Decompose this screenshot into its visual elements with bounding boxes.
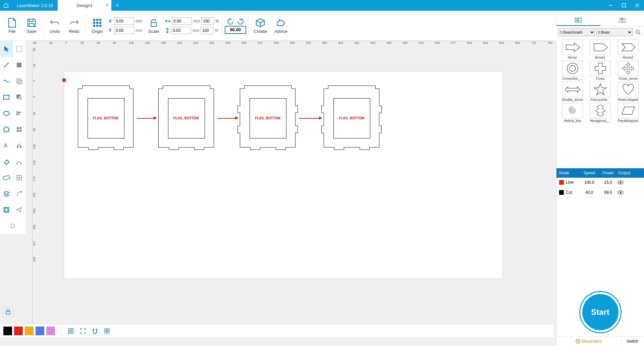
select-tool[interactable] — [0, 41, 13, 57]
shape-item[interactable]: Arrow — [559, 40, 586, 59]
clone-tool[interactable] — [13, 73, 25, 89]
x-label: X — [109, 18, 113, 23]
home-button[interactable] — [0, 0, 12, 11]
marquee-tool[interactable] — [13, 41, 25, 57]
layers-tool[interactable] — [0, 186, 13, 202]
frame-tool[interactable] — [0, 202, 13, 218]
shape-name: Cross — [596, 77, 604, 80]
design-piece[interactable]: FLAG_BOTTOM — [158, 89, 214, 148]
maximize-button[interactable] — [617, 0, 631, 11]
close-icon[interactable]: × — [106, 2, 109, 8]
measure-tool[interactable] — [0, 170, 13, 186]
color-swatch[interactable] — [36, 327, 44, 335]
shape-item[interactable]: Heart-shaped — [615, 82, 641, 102]
grid-toggle-icon[interactable] — [102, 326, 112, 336]
svg-rect-17 — [18, 80, 22, 84]
connection-status[interactable]: Disconnect — [556, 337, 621, 346]
file-button[interactable]: File — [3, 16, 21, 35]
color-swatch[interactable] — [25, 327, 34, 335]
svg-rect-44 — [575, 18, 581, 22]
svg-line-57 — [577, 340, 579, 342]
y-input[interactable] — [114, 27, 134, 34]
rect-tool[interactable] — [0, 89, 13, 105]
grid-tool[interactable] — [13, 170, 25, 186]
angle-input[interactable] — [225, 26, 246, 34]
color-swatch[interactable] — [14, 327, 23, 335]
shape-item[interactable]: Helical_line — [559, 103, 586, 123]
color-swatch[interactable] — [3, 327, 12, 335]
svg-text:A: A — [4, 143, 7, 149]
add-tab-button[interactable]: + — [111, 2, 123, 9]
zoom-extents-icon[interactable] — [78, 326, 88, 336]
create-button[interactable]: Create — [251, 16, 270, 35]
start-button[interactable]: Start — [580, 292, 621, 332]
design-piece[interactable]: FLAG_BOTTOM — [324, 89, 379, 148]
shape-item[interactable]: Double_arrow — [559, 82, 586, 102]
mirror-tool[interactable] — [13, 137, 25, 154]
advice-button[interactable]: Advice — [271, 16, 291, 35]
shape-item[interactable]: Concentric_... — [559, 61, 586, 80]
magnet-icon[interactable] — [90, 326, 100, 336]
shape-item[interactable]: Arrow2 — [615, 40, 641, 59]
fill-tool[interactable] — [13, 57, 25, 73]
lock-button[interactable] — [3, 306, 13, 317]
shape-category-select[interactable]: 1.BasicGraph — [558, 28, 595, 36]
svg-line-49 — [639, 33, 640, 35]
eye-icon[interactable] — [618, 190, 624, 195]
search-icon[interactable] — [634, 28, 642, 36]
shape-item[interactable]: Hexagonal_... — [587, 103, 613, 123]
shape-item[interactable]: Arrow1 — [587, 40, 613, 59]
height-input[interactable] — [171, 27, 191, 34]
scale-x-input[interactable] — [201, 17, 214, 25]
design-piece[interactable]: FLAG_BOTTOM — [78, 89, 133, 148]
document-tab[interactable]: Design1 × — [58, 0, 111, 11]
scale-y-input[interactable] — [201, 27, 213, 34]
shapes-tab[interactable] — [556, 14, 600, 26]
curve-tool[interactable] — [0, 73, 13, 89]
ellipse-tool[interactable] — [0, 105, 13, 121]
camera-tab[interactable] — [600, 14, 644, 26]
rotate-ccw-icon[interactable] — [227, 18, 234, 25]
layer-row[interactable]: Cut40.099.0 — [556, 188, 644, 198]
path-tool[interactable] — [13, 186, 25, 202]
piece-label: FLAG_BOTTOM — [339, 116, 364, 120]
minimize-button[interactable] — [604, 0, 617, 11]
text-tool[interactable]: A — [0, 137, 13, 154]
shape-subcategory-select[interactable]: 1.Basic — [596, 28, 633, 36]
polygon-tool[interactable] — [0, 121, 13, 137]
eraser-tool[interactable] — [0, 154, 13, 170]
array-tool[interactable] — [13, 121, 25, 137]
width-input[interactable] — [172, 17, 192, 25]
shape-item[interactable]: Parallelogram — [615, 103, 641, 123]
line-tool[interactable] — [0, 57, 13, 73]
node-edit-tool[interactable] — [13, 154, 25, 170]
shape-item[interactable]: Cross_arrow — [615, 61, 641, 80]
shape-name: Hexagonal_... — [590, 119, 611, 123]
scale-button[interactable]: Scale — [144, 16, 163, 35]
svg-rect-1 — [622, 4, 626, 7]
design-piece[interactable]: FLAG_BOTTOM — [240, 89, 296, 148]
subtract-tool[interactable] — [13, 89, 25, 105]
send-tool[interactable] — [13, 202, 25, 218]
fit-icon[interactable] — [66, 326, 75, 336]
redo-button[interactable]: Redo — [65, 16, 84, 35]
shape-item[interactable]: Five-pointe... — [587, 82, 613, 102]
layer-row[interactable]: Line100.015.0 — [556, 178, 644, 188]
right-panel: 1.BasicGraph 1.Basic ArrowArrow1Arrow2Co… — [556, 14, 644, 346]
eye-icon[interactable] — [618, 180, 624, 185]
switch-button[interactable]: Switch — [621, 337, 644, 346]
vertical-ruler: -86-46-702968106145173202260289317346 — [32, 48, 39, 325]
x-input[interactable] — [114, 17, 134, 25]
save-button[interactable]: Save — [22, 16, 41, 35]
rotate-cw-icon[interactable] — [237, 18, 244, 25]
shape-item[interactable]: Cross — [587, 61, 613, 80]
origin-button[interactable]: Origin — [88, 16, 107, 35]
close-button[interactable] — [631, 0, 644, 11]
undo-icon — [49, 17, 60, 28]
color-swatch[interactable] — [46, 327, 55, 335]
align-tool[interactable] — [13, 105, 25, 121]
advice-icon — [275, 17, 286, 28]
y-label: Y — [109, 28, 113, 33]
burst-tool[interactable] — [0, 218, 25, 234]
undo-button[interactable]: Undo — [45, 16, 64, 35]
